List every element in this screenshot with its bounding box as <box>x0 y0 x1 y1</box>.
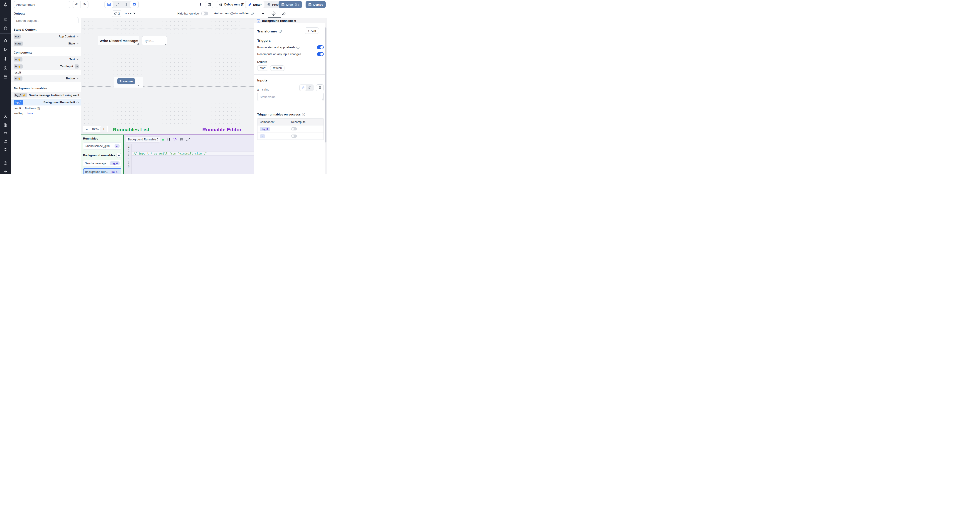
draft-button[interactable]: Draft ⌘S <box>278 1 302 8</box>
chevron-up-icon[interactable] <box>75 64 79 68</box>
info-icon[interactable]: i <box>296 46 299 49</box>
right-scrollbar[interactable] <box>325 18 327 174</box>
scrollbar-thumb[interactable] <box>325 27 326 142</box>
refresh-count: 2 <box>118 12 120 15</box>
rail-settings-icon[interactable] <box>0 121 11 129</box>
runnables-title: Runnables <box>83 137 121 140</box>
rail-folders-icon[interactable] <box>0 138 11 145</box>
textinput-component-b[interactable]: Type... <box>142 36 167 45</box>
run-on-start-toggle[interactable] <box>317 45 324 49</box>
mobile-view-button[interactable] <box>122 2 130 8</box>
rail-runs-icon[interactable] <box>0 46 11 53</box>
expand-editor-button[interactable] <box>186 137 190 142</box>
output-row-c[interactable]: c☝ Button <box>11 75 81 82</box>
rail-schedules-icon[interactable] <box>0 73 11 81</box>
recompute-label: Recompute on any input changes <box>257 53 301 56</box>
zoom-in-button[interactable]: + <box>100 126 107 132</box>
rail-variables-icon[interactable] <box>0 55 11 62</box>
rail-resources-icon[interactable] <box>0 64 11 72</box>
press-me-button[interactable]: Press me <box>117 78 135 84</box>
resize-handle[interactable] <box>137 43 138 45</box>
recompute-toggle-c[interactable] <box>291 135 297 138</box>
app-canvas[interactable]: Write Discord message: Type... Press me … <box>81 18 254 126</box>
ai-assist-button[interactable] <box>173 137 177 142</box>
resize-handle[interactable] <box>165 43 166 45</box>
recompute-toggle[interactable] <box>317 52 324 56</box>
rail-workers-icon[interactable] <box>0 129 11 137</box>
runnable-item-c[interactable]: u/henri/scrape_githu... c <box>83 142 121 150</box>
add-background-runnable-button[interactable]: + <box>116 153 121 158</box>
chevron-down-icon[interactable] <box>76 59 79 60</box>
add-transformer-button[interactable]: + Add <box>305 27 319 34</box>
input-x-row: x string <box>257 84 324 91</box>
col-component: Component <box>258 121 291 124</box>
table-row: c <box>258 132 323 140</box>
undo-button[interactable]: ↶ <box>73 2 81 8</box>
cache-db-button[interactable] <box>166 137 170 142</box>
refresh-count-button[interactable]: 2 <box>111 10 122 17</box>
rail-audit-icon[interactable] <box>0 146 11 153</box>
schedule-dropdown[interactable]: once <box>125 11 135 15</box>
rail-apps-icon[interactable] <box>0 16 11 23</box>
pointer-icon: ☝ <box>18 65 21 68</box>
expression-mode-button[interactable] <box>307 85 313 91</box>
chevron-down-icon[interactable] <box>76 36 79 37</box>
rail-favorites-icon[interactable] <box>0 24 11 32</box>
undo-redo-group: ↶ ↷ <box>73 1 89 8</box>
output-row-bg1[interactable]: bg_1 Background Runnable 0 <box>11 99 81 105</box>
runnable-name-input[interactable] <box>126 137 160 142</box>
chevron-up-icon[interactable] <box>76 102 79 103</box>
text-component-a[interactable]: Write Discord message: <box>98 36 139 45</box>
connect-input-button[interactable] <box>316 84 324 91</box>
tab-component-settings[interactable] <box>271 11 276 16</box>
delete-runnable-button[interactable] <box>179 137 184 142</box>
chevron-down-icon[interactable] <box>76 43 79 44</box>
redo-button[interactable]: ↷ <box>81 2 88 8</box>
function-icon: f <box>257 19 260 22</box>
selected-runnable-title: Background Runnable 0 <box>262 19 296 22</box>
debug-runs-button[interactable]: Debug runs (7) <box>216 1 247 8</box>
output-row-b[interactable]: b☝ Text Input <box>11 63 81 70</box>
app-summary-input[interactable] <box>14 1 70 8</box>
chevron-down-icon[interactable] <box>76 78 79 79</box>
fullwidth-layout-button[interactable] <box>113 2 122 8</box>
docs-button[interactable] <box>205 1 213 8</box>
grid-container[interactable]: Write Discord message: Type... Press me <box>82 29 254 87</box>
background-runnables-header: Background runnables + <box>83 153 121 158</box>
runnable-item-bg0[interactable]: Send a message... bg_0 <box>83 160 121 167</box>
info-icon[interactable]: i <box>302 113 305 116</box>
rail-help-icon[interactable] <box>0 159 11 167</box>
tab-editor[interactable]: Editor <box>245 2 264 8</box>
zoom-out-button[interactable]: − <box>83 127 90 131</box>
info-icon[interactable]: i <box>251 12 254 15</box>
tab-styling[interactable] <box>282 11 286 16</box>
tab-insert-component[interactable]: + <box>261 11 266 16</box>
output-row-state[interactable]: state State <box>11 40 81 47</box>
event-chip-start[interactable]: start <box>257 65 268 71</box>
rail-home-icon[interactable] <box>0 37 11 44</box>
output-row-a[interactable]: a☝ Text <box>11 56 81 63</box>
resize-handle[interactable] <box>321 99 323 100</box>
info-icon[interactable]: i <box>279 30 282 33</box>
rail-collapse-icon[interactable] <box>0 168 11 174</box>
plus-icon: + <box>262 11 264 16</box>
output-row-bg0[interactable]: bg_0☝ Send a message to discord using we… <box>11 92 81 99</box>
deploy-button[interactable]: Deploy <box>305 1 326 8</box>
search-outputs-input[interactable] <box>14 17 78 24</box>
desktop-view-button[interactable] <box>130 2 138 8</box>
author-label: Author henri@windmill.dev <box>214 11 249 15</box>
event-chip-refresh[interactable]: refresh <box>270 65 285 71</box>
static-mode-button[interactable] <box>300 85 307 91</box>
runnable-item-label: u/henri/scrape_githu... <box>85 145 110 148</box>
rail-user-icon[interactable] <box>0 113 11 120</box>
centered-layout-button[interactable] <box>105 2 113 8</box>
windmill-logo-icon[interactable] <box>0 1 11 9</box>
runnable-item-label: Background Run... <box>85 170 108 173</box>
recompute-toggle-bg0[interactable] <box>291 127 297 130</box>
hide-bar-toggle[interactable] <box>201 11 208 16</box>
resize-handle[interactable] <box>138 84 139 86</box>
more-options-button[interactable]: ⋮ <box>198 2 203 7</box>
output-row-ctx[interactable]: ctx App Context <box>11 33 81 40</box>
runnable-item-bg1-selected[interactable]: Background Run... bg_1 <box>83 168 121 174</box>
static-value-input[interactable]: Static value <box>257 93 324 101</box>
